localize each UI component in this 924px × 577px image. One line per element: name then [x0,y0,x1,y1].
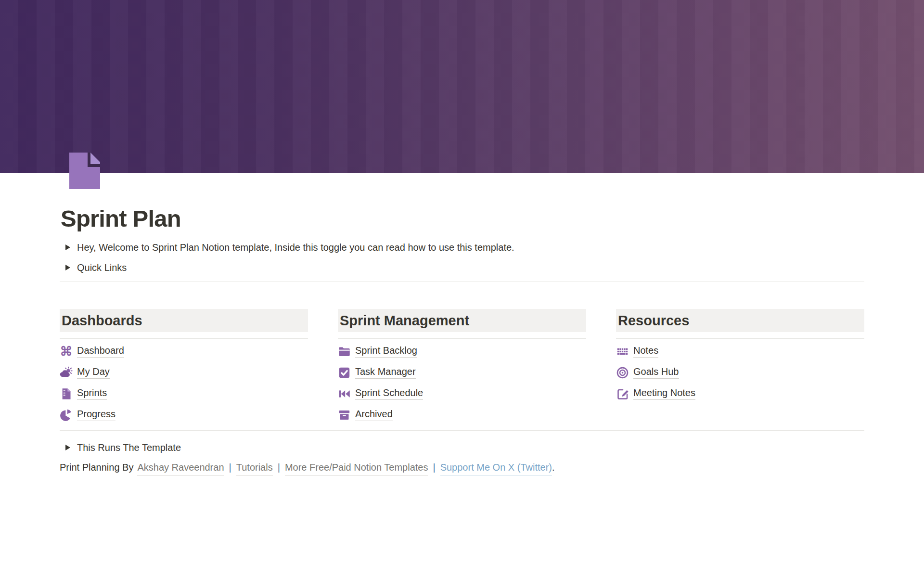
templates-link[interactable]: More Free/Paid Notion Templates [285,460,428,475]
link-archived[interactable]: Archived [355,409,393,421]
column-heading: Resources [616,309,864,332]
quick-links-toggle-label: Quick Links [77,260,127,275]
column-heading: Sprint Management [338,309,586,332]
toggle-triangle-icon[interactable] [62,241,74,254]
runs-template-toggle-label: This Runs The Template [77,440,181,455]
link-sprint-backlog[interactable]: Sprint Backlog [355,345,417,358]
footer-separator: | [229,460,231,474]
triangle-right-icon [65,244,70,250]
edit-icon [616,387,629,400]
archive-icon [338,409,351,422]
column-sprint-management: Sprint Management Sprint Backlog [338,309,586,425]
twitter-link[interactable]: Support Me On X (Twitter) [440,460,552,475]
footer-separator: | [433,460,435,474]
link-columns: Dashboards ⌘ Dashboard [60,309,864,425]
runs-template-toggle[interactable]: This Runs The Template [60,440,864,455]
list-item: Progress [60,404,308,425]
link-meeting-notes[interactable]: Meeting Notes [633,387,695,400]
folder-icon [338,345,351,358]
link-dashboard[interactable]: Dashboard [77,345,124,358]
link-list: Sprint Backlog Task Manager [338,341,586,425]
document-lines-icon [60,387,73,400]
column-dashboards: Dashboards ⌘ Dashboard [60,309,308,425]
list-item: Sprint Schedule [338,383,586,404]
page-document-icon[interactable] [69,153,100,189]
target-icon [616,366,629,379]
command-icon: ⌘ [60,345,73,358]
link-goals-hub[interactable]: Goals Hub [633,366,679,379]
link-task-manager[interactable]: Task Manager [355,366,416,379]
link-my-day[interactable]: My Day [77,366,110,379]
sun-cloud-icon [60,366,73,379]
triangle-right-icon [65,265,70,270]
triangle-right-icon [65,445,70,450]
welcome-toggle[interactable]: Hey, Welcome to Sprint Plan Notion templ… [60,240,864,255]
welcome-toggle-label: Hey, Welcome to Sprint Plan Notion templ… [77,240,514,255]
rewind-icon [338,387,351,400]
list-item: Task Manager [338,362,586,383]
footer-prefix: Print Planning By [60,460,133,474]
column-resources: Resources [616,309,864,425]
page-title: Sprint Plan [61,205,864,233]
list-item: Sprints [60,383,308,404]
divider [60,430,864,431]
list-item: Goals Hub [616,362,864,383]
quick-links-toggle[interactable]: Quick Links [60,260,864,275]
link-list: Notes Goals Hub [616,341,864,404]
list-item: Sprint Backlog [338,341,586,362]
author-link[interactable]: Akshay Raveendran [137,460,224,475]
list-item: ⌘ Dashboard [60,341,308,362]
list-item: My Day [60,362,308,383]
tutorials-link[interactable]: Tutorials [236,460,273,475]
list-item: Notes [616,341,864,362]
divider [60,338,308,339]
link-progress[interactable]: Progress [77,409,116,421]
toggle-triangle-icon[interactable] [62,441,74,454]
pie-chart-icon [60,409,73,422]
list-item: Archived [338,404,586,425]
divider [616,338,864,339]
footer-separator: | [278,460,280,474]
keyboard-icon [616,345,629,358]
list-item: Meeting Notes [616,383,864,404]
cover-image [0,0,924,173]
footer-credits: Print Planning By Akshay Raveendran | Tu… [60,460,864,475]
column-heading: Dashboards [60,309,308,332]
toggle-triangle-icon[interactable] [62,261,74,274]
checkbox-icon [338,366,351,379]
link-list: ⌘ Dashboard [60,341,308,425]
divider [60,282,864,282]
link-sprints[interactable]: Sprints [77,387,107,400]
page-content: Sprint Plan Hey, Welcome to Sprint Plan … [0,153,924,475]
footer-suffix: . [552,460,555,474]
link-notes[interactable]: Notes [633,345,658,358]
link-sprint-schedule[interactable]: Sprint Schedule [355,387,423,400]
divider [338,338,586,339]
